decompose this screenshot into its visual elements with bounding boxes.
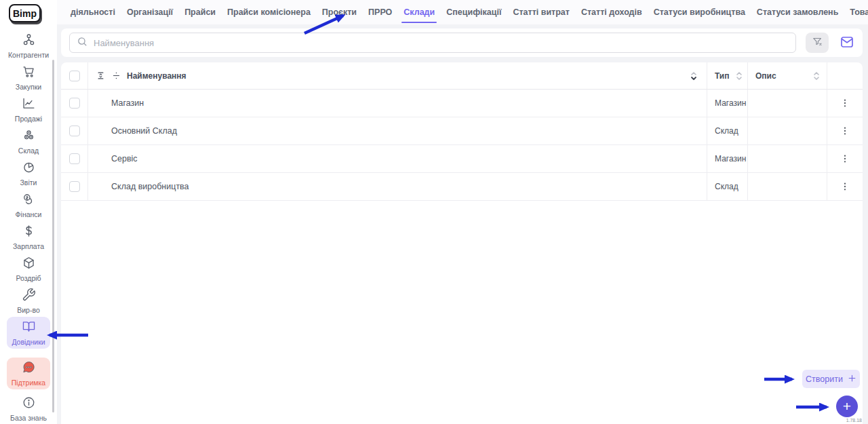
- sidebar-menu: Контрагенти Закупки Продажі Склад Звіти: [0, 30, 57, 423]
- cell-type: Склад: [707, 173, 747, 200]
- sidebar-scrollbar[interactable]: [52, 60, 54, 412]
- tab-tovary-ta-posluhy[interactable]: Товари та послуги: [850, 5, 868, 20]
- cell-name: Основний Склад: [88, 117, 707, 144]
- chart-icon: [22, 96, 36, 113]
- cell-name: Склад виробництва: [88, 173, 707, 200]
- pie-icon: [22, 160, 36, 177]
- row-menu-button[interactable]: [836, 150, 854, 168]
- version-text: 1.78.18: [846, 418, 862, 423]
- row-checkbox[interactable]: [69, 126, 80, 136]
- tab-orhanizatsii[interactable]: Організації: [127, 5, 173, 20]
- sidebar-item-label: Продажі: [15, 115, 42, 123]
- tab-proekty[interactable]: Проєкти: [322, 5, 357, 20]
- column-header-name: Найменування: [127, 71, 186, 81]
- tab-praisy[interactable]: Прайси: [184, 5, 216, 20]
- row-menu-button[interactable]: [836, 94, 854, 112]
- tab-statti-vytrat[interactable]: Статті витрат: [513, 5, 570, 20]
- table-row[interactable]: Сервіс Магазин: [61, 145, 863, 173]
- sidebar: Bimp Контрагенти Закупки Продажі Склад: [0, 0, 57, 424]
- row-checkbox[interactable]: [69, 181, 80, 192]
- wrench-icon: [22, 288, 36, 305]
- sidebar-item-vyrvo[interactable]: Вир-во: [7, 285, 50, 317]
- sidebar-item-finansy[interactable]: Фінанси: [7, 189, 50, 221]
- sidebar-item-zvity[interactable]: Звіти: [7, 157, 50, 189]
- funnel-x-icon: [812, 36, 823, 50]
- row-checkbox[interactable]: [69, 153, 80, 164]
- sort-type-button[interactable]: [736, 71, 743, 81]
- row-menu-button[interactable]: [836, 178, 854, 195]
- tab-spetsyfikatsii[interactable]: Специфікації: [446, 5, 501, 20]
- stock-icon: [22, 128, 36, 145]
- search-icon: [77, 36, 88, 50]
- sort-name-button[interactable]: [690, 71, 697, 81]
- cell-desc: [747, 173, 827, 200]
- cell-desc: [747, 145, 827, 172]
- sidebar-item-label: Контрагенти: [8, 51, 49, 59]
- sidebar-item-baza-znan[interactable]: База знань: [7, 393, 50, 423]
- tab-statusy-zamovlen[interactable]: Статуси замовлень: [757, 5, 838, 20]
- sidebar-item-pidtrymka[interactable]: Підтримка: [7, 358, 50, 389]
- sidebar-item-label: Вир-во: [17, 306, 40, 314]
- row-menu-button[interactable]: [836, 122, 854, 140]
- column-header-desc: Опис: [755, 71, 776, 81]
- search-field[interactable]: [69, 33, 796, 53]
- create-button-label: Створити: [806, 374, 843, 384]
- cell-name: Сервіс: [88, 145, 707, 172]
- sort-desc-button[interactable]: [813, 71, 820, 81]
- sidebar-item-rozdrib[interactable]: Роздріб: [7, 253, 50, 285]
- sidebar-item-label: Зарплата: [13, 242, 44, 250]
- sidebar-item-label: Звіти: [20, 178, 37, 187]
- info-icon: [22, 396, 36, 412]
- search-panel: [61, 28, 863, 57]
- tab-diyalnosti[interactable]: діяльності: [71, 5, 115, 20]
- sidebar-item-label: Склад: [18, 147, 39, 155]
- contractors-icon: [22, 33, 36, 50]
- clear-filters-button[interactable]: [806, 33, 829, 53]
- sidebar-item-zakupky[interactable]: Закупки: [7, 62, 50, 94]
- sidebar-item-sklad[interactable]: Склад: [7, 126, 50, 157]
- cell-name: Магазин: [88, 90, 707, 117]
- table-row[interactable]: Магазин Магазин: [61, 90, 863, 117]
- table-row[interactable]: Основний Склад Склад: [61, 117, 863, 145]
- sidebar-item-prodazhi[interactable]: Продажі: [7, 94, 50, 126]
- cell-desc: [747, 117, 827, 144]
- chat-icon: [22, 360, 36, 377]
- row-checkbox[interactable]: [69, 98, 80, 109]
- box-icon: [22, 256, 36, 273]
- tab-sklady[interactable]: Склади: [403, 5, 435, 20]
- sidebar-item-label: Роздріб: [16, 274, 41, 282]
- row-density-icon[interactable]: [111, 71, 121, 81]
- inbox-button[interactable]: [837, 33, 857, 53]
- book-icon: [22, 320, 36, 336]
- collapse-rows-icon[interactable]: [96, 71, 106, 81]
- envelope-icon: [839, 34, 855, 52]
- create-button[interactable]: Створити: [802, 370, 860, 388]
- app-logo[interactable]: Bimp: [9, 4, 41, 22]
- cell-desc: [747, 90, 827, 117]
- select-all-checkbox[interactable]: [69, 71, 80, 81]
- sidebar-item-label: Фінанси: [16, 210, 42, 218]
- sidebar-item-label: Підтримка: [12, 379, 45, 387]
- sidebar-item-kontrahenty[interactable]: Контрагенти: [7, 30, 50, 62]
- sidebar-item-dovidnyky[interactable]: Довідники: [7, 317, 50, 349]
- tab-bar: діяльності Організації Прайси Прайси ком…: [71, 5, 868, 20]
- table-header-row: Найменування Тип Опис: [61, 62, 863, 90]
- sidebar-item-label: База знань: [10, 414, 47, 422]
- column-header-type: Тип: [715, 71, 730, 81]
- sidebar-item-label: Закупки: [16, 83, 41, 91]
- cell-type: Магазин: [707, 90, 747, 117]
- tab-praisy-komisionera[interactable]: Прайси комісіонера: [227, 5, 311, 20]
- dollar-icon: [22, 224, 36, 241]
- search-input[interactable]: [94, 38, 789, 48]
- top-tab-strip: діяльності Організації Прайси Прайси ком…: [57, 0, 868, 24]
- sidebar-item-zarplata[interactable]: Зарплата: [7, 221, 50, 253]
- tab-statti-dokhodiv[interactable]: Статті доходів: [581, 5, 642, 20]
- cell-type: Магазин: [707, 145, 747, 172]
- tab-statusy-vyrobnytstva[interactable]: Статуси виробництва: [654, 5, 745, 20]
- cart-icon: [22, 64, 36, 81]
- tab-prro[interactable]: ПРРО: [368, 5, 392, 20]
- sidebar-item-label: Довідники: [12, 338, 45, 346]
- plus-icon: [848, 374, 856, 385]
- table-row[interactable]: Склад виробництва Склад: [61, 173, 863, 201]
- fab-add-button[interactable]: +: [836, 396, 858, 417]
